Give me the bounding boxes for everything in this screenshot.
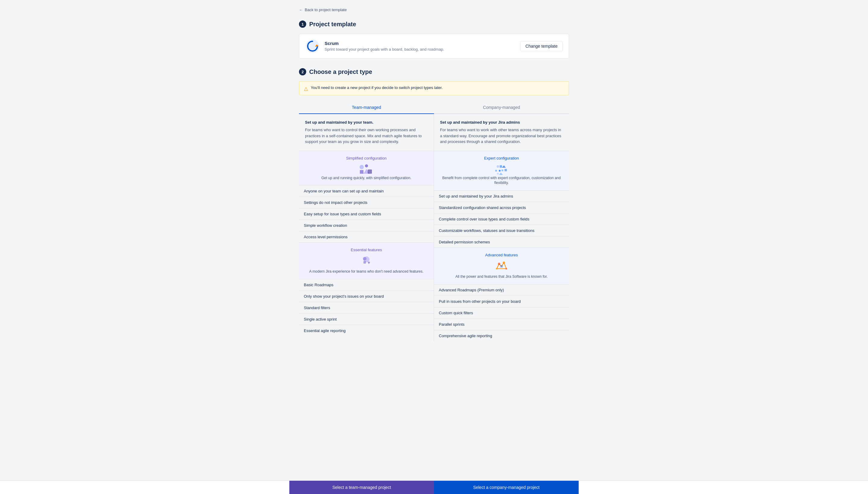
step2-header: 2 Choose a project type	[299, 68, 569, 75]
svg-point-2	[359, 165, 364, 169]
select-company-managed-button[interactable]: Select a company-managed project	[434, 481, 579, 494]
svg-point-22	[503, 262, 505, 264]
feature-item: Detailed permission schemes	[434, 236, 569, 248]
svg-rect-12	[500, 165, 502, 168]
essential-features-icon	[359, 255, 374, 266]
simplified-config-icon	[304, 164, 429, 175]
tab-team-managed[interactable]: Team-managed	[299, 101, 434, 114]
svg-marker-10	[368, 262, 370, 264]
template-description: Sprint toward your project goals with a …	[324, 47, 515, 52]
svg-point-8	[363, 257, 367, 261]
company-managed-column: Set up and maintained by your Jira admin…	[434, 114, 569, 341]
feature-item: Standard filters	[299, 302, 434, 314]
project-type-tabs: Team-managed Company-managed	[299, 101, 569, 114]
feature-item: Pull in issues from other projects on yo…	[434, 296, 569, 307]
step1-badge: 1	[299, 20, 306, 28]
svg-point-11	[497, 165, 499, 168]
feature-item: Standardized configuration shared across…	[434, 202, 569, 213]
svg-point-3	[365, 164, 368, 167]
svg-point-23	[496, 268, 498, 270]
svg-marker-19	[499, 172, 503, 175]
step1-header: 1 Project template	[299, 20, 569, 28]
warning-banner: △ You'll need to create a new project if…	[299, 81, 569, 95]
warning-icon: △	[304, 86, 308, 91]
expert-config-icon	[439, 164, 564, 175]
simplified-config-label: Simplified configuration	[304, 156, 429, 160]
step2-title: Choose a project type	[309, 69, 372, 75]
advanced-features-section: Advanced features All the power and feat…	[434, 248, 569, 284]
advanced-features-desc: All the power and features that Jira Sof…	[439, 274, 564, 279]
svg-point-24	[506, 268, 507, 270]
feature-item: Comprehensive agile reporting	[434, 330, 569, 341]
scrum-template-icon	[305, 39, 320, 53]
svg-rect-9	[363, 261, 366, 264]
feature-item: Single active sprint	[299, 314, 434, 325]
expert-config-label: Expert configuration	[439, 156, 564, 160]
company-managed-config-features: Set up and maintained by your Jira admin…	[434, 191, 569, 248]
simplified-config-desc: Get up and running quickly, with simplif…	[304, 175, 429, 180]
essential-features-section: Essential features A modern Jira experie…	[299, 243, 434, 279]
feature-item: Anyone on your team can set up and maint…	[299, 186, 434, 197]
team-managed-feature-items: Basic Roadmaps Only show your project's …	[299, 279, 434, 336]
company-managed-setup-desc: For teams who want to work with other te…	[440, 127, 563, 145]
expert-config-section: Expert configuration B	[434, 151, 569, 191]
essential-features-desc: A modern Jira experience for teams who d…	[304, 269, 429, 274]
feature-item: Advanced Roadmaps (Premium only)	[434, 284, 569, 296]
bottom-action-bar: Select a team-managed project Select a c…	[0, 480, 868, 494]
feature-item: Set up and maintained by your Jira admin…	[434, 191, 569, 202]
feature-item: Only show your project's issues on your …	[299, 291, 434, 302]
back-to-project-template-link[interactable]: ← Back to project template	[299, 7, 347, 12]
svg-rect-4	[360, 170, 363, 174]
template-card: Scrum Sprint toward your project goals w…	[299, 34, 569, 58]
svg-point-21	[498, 263, 500, 265]
advanced-features-icon	[494, 260, 509, 271]
svg-marker-13	[502, 165, 506, 168]
project-type-grid: Set up and maintained by your team. For …	[299, 114, 569, 341]
change-template-button[interactable]: Change template	[520, 41, 563, 51]
team-managed-column: Set up and maintained by your team. For …	[299, 114, 434, 341]
feature-item: Complete control over issue types and cu…	[434, 213, 569, 225]
essential-features-label: Essential features	[304, 248, 429, 252]
svg-point-14	[495, 170, 497, 172]
team-managed-description: Set up and maintained by your team. For …	[299, 114, 434, 151]
team-managed-config-features: Anyone on your team can set up and maint…	[299, 186, 434, 243]
feature-item: Access level permissions	[299, 231, 434, 243]
company-managed-setup-title: Set up and maintained by your Jira admin…	[440, 120, 563, 125]
svg-rect-17	[505, 169, 507, 171]
team-managed-setup-title: Set up and maintained by your team.	[305, 120, 428, 125]
warning-text: You'll need to create a new project if y…	[311, 86, 443, 90]
feature-item: Customizable workflows, statuses and iss…	[434, 225, 569, 236]
step2-badge: 2	[299, 68, 306, 75]
feature-item: Custom quick filters	[434, 307, 569, 319]
advanced-features-label: Advanced features	[439, 253, 564, 257]
svg-rect-6	[368, 170, 372, 174]
feature-item: Basic Roadmaps	[299, 279, 434, 291]
svg-point-18	[497, 173, 499, 175]
svg-rect-25	[500, 265, 503, 267]
tab-company-managed[interactable]: Company-managed	[434, 101, 569, 114]
template-name: Scrum	[324, 41, 515, 46]
team-managed-setup-desc: For teams who want to control their own …	[305, 127, 428, 145]
chevron-left-icon: ←	[299, 7, 303, 12]
step1-title: Project template	[309, 21, 356, 28]
template-info: Scrum Sprint toward your project goals w…	[324, 41, 515, 52]
feature-item: Settings do not impact other projects	[299, 197, 434, 208]
select-team-managed-button[interactable]: Select a team-managed project	[289, 481, 434, 494]
svg-point-15	[499, 170, 500, 172]
feature-item: Easy setup for issue types and custom fi…	[299, 208, 434, 220]
simplified-config-section: Simplified configuration Get up and runn…	[299, 151, 434, 186]
feature-item: Essential agile reporting	[299, 325, 434, 336]
feature-item: Simple workflow creation	[299, 220, 434, 231]
company-managed-description: Set up and maintained by your Jira admin…	[434, 114, 569, 151]
expert-config-desc: Benefit from complete control with exper…	[439, 175, 564, 186]
feature-item: Parallel sprints	[434, 319, 569, 330]
company-managed-feature-items: Advanced Roadmaps (Premium only) Pull in…	[434, 284, 569, 341]
svg-rect-16	[501, 170, 503, 171]
